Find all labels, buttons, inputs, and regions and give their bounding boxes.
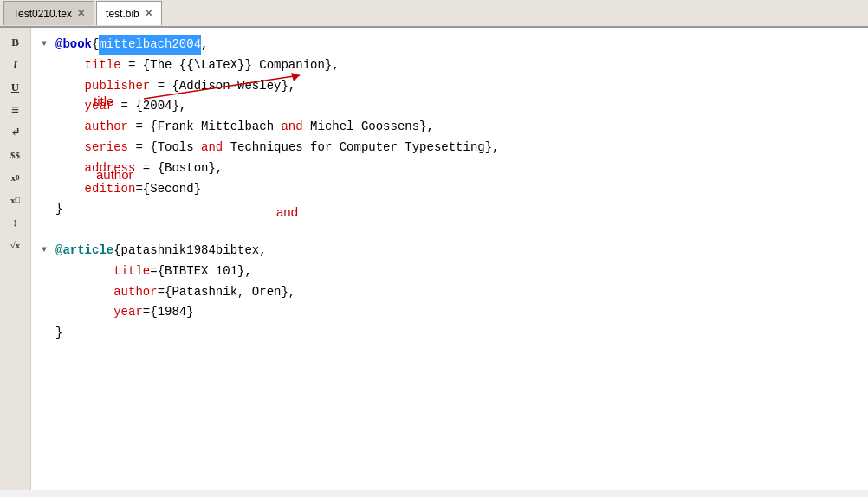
fold-arrow-ayear xyxy=(42,304,54,319)
title-eq: = {The {{\LaTeX}} Companion}, xyxy=(121,55,340,76)
article-year-line: year={1984} xyxy=(42,302,858,323)
article-brace-open: {patashnik1984bibtex, xyxy=(113,241,266,261)
author-eq: = {Frank Mittelbach xyxy=(128,117,281,138)
author-rest: Michel Goossens}, xyxy=(303,117,434,138)
align-icon[interactable]: ≡ xyxy=(4,100,27,119)
bold-icon[interactable]: B xyxy=(4,33,27,52)
fold-arrow-ed xyxy=(42,181,54,196)
article-author-line: author={Patashnik, Oren}, xyxy=(42,282,858,303)
year-name: year xyxy=(85,96,114,117)
book-brace-open: { xyxy=(92,35,99,55)
series-indent xyxy=(55,138,85,158)
tab-bib-label: test.bib xyxy=(106,8,139,20)
series-eq: = {Tools xyxy=(128,138,201,158)
book-entry-line: ▼ @book{mittelbach2004, xyxy=(42,35,858,55)
article-year-name: year xyxy=(113,302,143,323)
series-and: and xyxy=(201,138,223,158)
article-close-brace: } xyxy=(55,323,62,344)
fold-arrow-article[interactable]: ▼ xyxy=(42,242,54,257)
atitle-indent xyxy=(55,261,113,282)
tab-bar: Test0210.tex ✕ test.bib ✕ xyxy=(0,0,868,28)
article-keyword: @article xyxy=(55,241,113,261)
address-line: address = {Boston}, xyxy=(42,158,858,179)
fold-arrow-addr xyxy=(42,160,54,175)
author-indent xyxy=(55,117,85,138)
article-close-line: } xyxy=(42,323,858,344)
address-eq: = {Boston}, xyxy=(135,158,223,179)
year-eq: = {2004}, xyxy=(113,96,186,117)
article-author-eq: ={Patashnik, Oren}, xyxy=(158,282,296,303)
fold-arrow-atitle xyxy=(42,263,54,278)
fold-arrow-bclose xyxy=(42,201,54,216)
title-line: title = {The {{\LaTeX}} Companion}, xyxy=(42,55,858,76)
addr-indent xyxy=(55,158,85,179)
editor-area[interactable]: ▼ @book{mittelbach2004, title = {The {{\… xyxy=(31,28,868,490)
article-title-eq: ={BIBTEX 101}, xyxy=(150,261,252,282)
author-line: author = {Frank Mittelbach and Michel Go… xyxy=(42,117,858,138)
fold-arrow-author xyxy=(42,119,54,133)
edition-line: edition={Second} xyxy=(42,179,858,200)
publisher-name: publisher xyxy=(85,76,151,97)
tab-bib-close[interactable]: ✕ xyxy=(145,8,152,19)
series-line: series = {Tools and Techniques for Compu… xyxy=(42,138,858,158)
year-indent xyxy=(55,96,85,117)
italic-icon[interactable]: I xyxy=(4,55,27,74)
left-sidebar: B I U ≡ ↵ $$ x0 x□ ↕ √x xyxy=(0,28,31,490)
pub-indent xyxy=(55,76,85,97)
book-keyword: @book xyxy=(55,35,92,55)
ayear-indent xyxy=(55,302,113,323)
fold-arrow-year xyxy=(42,98,54,113)
book-close-brace: } xyxy=(55,199,62,220)
article-title-line: title={BIBTEX 101}, xyxy=(42,261,858,282)
tab-tex-label: Test0210.tex xyxy=(13,8,72,20)
underline-icon[interactable]: U xyxy=(4,78,27,97)
title-indent xyxy=(55,55,85,76)
aauthor-indent xyxy=(55,282,113,303)
book-close-line: } xyxy=(42,199,858,220)
edition-name: edition xyxy=(85,179,136,200)
updown-icon[interactable]: ↕ xyxy=(4,213,27,232)
publisher-line: publisher = {Addison-Wesley}, xyxy=(42,76,858,97)
article-entry-line: ▼ @article{patashnik1984bibtex, xyxy=(42,241,858,261)
tab-bib[interactable]: test.bib ✕ xyxy=(96,1,162,25)
dollar-icon[interactable]: $$ xyxy=(4,145,27,165)
fold-arrow-title xyxy=(42,57,54,72)
title-name: title xyxy=(85,55,121,76)
fold-arrow-aclose xyxy=(42,325,54,339)
author-name: author xyxy=(85,117,128,138)
ed-indent xyxy=(55,179,85,200)
fold-arrow-pub xyxy=(42,78,54,93)
edition-eq: ={Second} xyxy=(135,179,201,200)
fold-arrow-book[interactable]: ▼ xyxy=(42,36,54,51)
publisher-eq: = {Addison-Wesley}, xyxy=(150,76,295,97)
book-key: mittelbach2004 xyxy=(99,35,201,55)
newline-icon[interactable]: ↵ xyxy=(4,123,27,142)
article-title-name: title xyxy=(113,261,150,282)
superscript2-icon[interactable]: x□ xyxy=(4,190,27,210)
main-layout: B I U ≡ ↵ $$ x0 x□ ↕ √x ▼ @book{mittelba… xyxy=(0,28,868,490)
series-name: series xyxy=(85,138,128,158)
book-comma: , xyxy=(201,35,208,55)
series-rest: Techniques for Computer Typesetting}, xyxy=(223,138,499,158)
sqrt-icon[interactable]: √x xyxy=(4,236,27,255)
subscript-icon[interactable]: x0 xyxy=(4,168,27,187)
year-line: year = {2004}, xyxy=(42,96,858,117)
article-author-name: author xyxy=(113,282,157,303)
address-name: address xyxy=(85,158,136,179)
fold-arrow-series xyxy=(42,139,54,154)
empty-line-1 xyxy=(42,220,858,241)
tab-tex[interactable]: Test0210.tex ✕ xyxy=(3,1,94,25)
code-block: ▼ @book{mittelbach2004, title = {The {{\… xyxy=(42,35,858,344)
article-year-eq: ={1984} xyxy=(143,302,194,323)
tab-tex-close[interactable]: ✕ xyxy=(77,8,85,19)
fold-arrow-aauthor xyxy=(42,284,54,299)
author-and: and xyxy=(281,117,302,138)
